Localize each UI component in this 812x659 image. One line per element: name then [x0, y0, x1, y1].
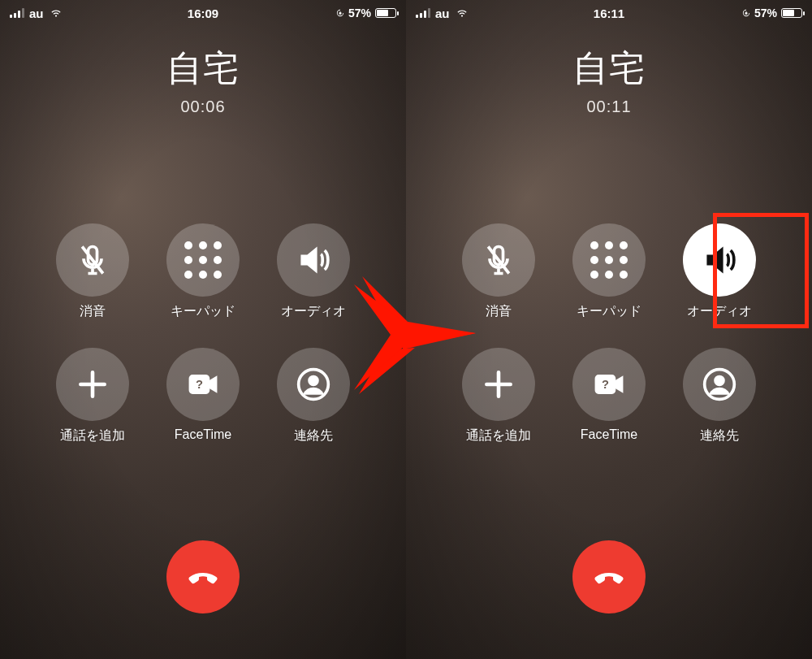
- status-bar: au 16:09 57%: [0, 0, 406, 26]
- orientation-lock-icon: [742, 8, 750, 18]
- keypad-button[interactable]: [166, 223, 240, 297]
- plus-icon: [75, 366, 110, 402]
- clock: 16:11: [594, 7, 624, 20]
- battery-percent: 57%: [754, 7, 777, 20]
- caller-name: 自宅: [406, 45, 812, 93]
- svg-point-3: [309, 376, 318, 386]
- call-actions-grid: 消音 キーパッド オーディオ 通話を追加 ? FaceTime: [45, 223, 361, 444]
- call-duration: 00:06: [0, 98, 406, 116]
- keypad-label: キーパッド: [577, 303, 641, 320]
- battery-icon: [375, 8, 396, 18]
- facetime-button[interactable]: ?: [166, 348, 240, 421]
- status-bar: au 16:11 57%: [406, 0, 812, 26]
- battery-percent: 57%: [348, 7, 371, 20]
- contacts-icon: [702, 366, 737, 402]
- caller-name: 自宅: [0, 45, 406, 93]
- audio-button[interactable]: [683, 223, 756, 297]
- call-duration: 00:11: [406, 98, 812, 116]
- clock: 16:09: [188, 7, 218, 20]
- carrier-label: au: [29, 7, 44, 20]
- speaker-icon: [702, 242, 737, 278]
- mute-icon: [481, 242, 516, 278]
- end-call-button[interactable]: [166, 540, 240, 613]
- wifi-icon: [49, 7, 63, 19]
- mute-icon: [75, 242, 110, 278]
- mute-label: 消音: [80, 303, 106, 320]
- add-call-button[interactable]: [462, 348, 535, 421]
- facetime-icon: ?: [591, 366, 627, 402]
- phone-screen-before: au 16:09 57% 自宅 00:06 消音 キーパッド: [0, 0, 406, 659]
- battery-icon: [781, 8, 802, 18]
- contacts-icon: [296, 366, 331, 402]
- mute-button[interactable]: [56, 223, 129, 297]
- facetime-label: FaceTime: [581, 427, 638, 442]
- call-actions-grid: 消音 キーパッド オーディオ 通話を追加 ? FaceTime: [451, 223, 767, 444]
- audio-button[interactable]: [277, 223, 350, 297]
- audio-label: オーディオ: [687, 303, 752, 320]
- contacts-label: 連絡先: [700, 427, 739, 444]
- add-call-label: 通話を追加: [466, 427, 531, 444]
- contacts-button[interactable]: [683, 348, 756, 421]
- add-call-button[interactable]: [56, 348, 129, 421]
- keypad-icon: [184, 241, 222, 279]
- carrier-label: au: [435, 7, 450, 20]
- hangup-icon: [593, 561, 625, 593]
- keypad-icon: [590, 241, 628, 279]
- orientation-lock-icon: [336, 8, 344, 18]
- facetime-label: FaceTime: [175, 427, 232, 442]
- contacts-button[interactable]: [277, 348, 350, 421]
- svg-point-7: [715, 376, 724, 386]
- keypad-button[interactable]: [572, 223, 646, 297]
- speaker-icon: [296, 242, 331, 278]
- call-header: 自宅 00:06: [0, 45, 406, 116]
- wifi-icon: [455, 7, 469, 19]
- svg-text:?: ?: [196, 378, 203, 391]
- facetime-icon: ?: [185, 366, 221, 402]
- end-call-button[interactable]: [572, 540, 646, 613]
- call-header: 自宅 00:11: [406, 45, 812, 116]
- contacts-label: 連絡先: [294, 427, 333, 444]
- signal-icon: [416, 8, 430, 18]
- svg-text:?: ?: [602, 378, 609, 391]
- plus-icon: [481, 366, 516, 402]
- audio-label: オーディオ: [281, 303, 346, 320]
- signal-icon: [10, 8, 24, 18]
- mute-label: 消音: [486, 303, 512, 320]
- hangup-icon: [187, 561, 219, 593]
- facetime-button[interactable]: ?: [572, 348, 646, 421]
- mute-button[interactable]: [462, 223, 535, 297]
- add-call-label: 通話を追加: [60, 427, 125, 444]
- phone-screen-after: au 16:11 57% 自宅 00:11 消音 キーパッド: [406, 0, 812, 659]
- keypad-label: キーパッド: [171, 303, 235, 320]
